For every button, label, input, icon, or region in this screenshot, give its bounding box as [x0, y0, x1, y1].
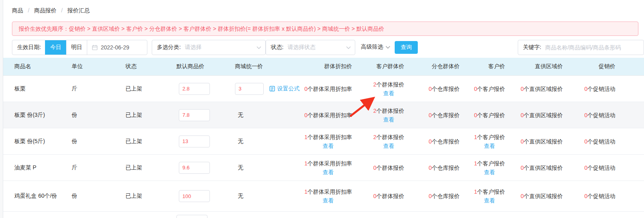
customer-price-cell: 1个客户报价 查看 — [462, 187, 507, 205]
status-select-group[interactable]: 状态: 请选择状态 — [266, 40, 355, 55]
table-row: 板栗 份(5斤) 份 已上架 无 1个群体采用折扣率 查看 2个群体报价 查看 … — [3, 128, 644, 155]
mall-price-none: 无 — [228, 164, 243, 171]
formula-document-icon — [269, 86, 275, 92]
group-discount-cell: 1个群体采用折扣率 查看 — [303, 187, 354, 205]
warehouse-group-cell: 0个仓库报价 — [407, 192, 462, 200]
default-price-input[interactable] — [176, 215, 207, 218]
table-header-row: 商品名 单位 状态 默认商品价 商城统一价 群体折扣价 客户群体价 分仓群体价 … — [3, 58, 644, 76]
customer-group-cell: 0个群体报价 — [354, 163, 407, 172]
promo-price-cell: 0个促销活动 — [565, 137, 618, 146]
region-price-cell: 0个直供区域报价 — [507, 137, 565, 146]
set-formula-link[interactable]: 设置公式 — [269, 85, 299, 92]
chevron-down-icon — [386, 46, 390, 49]
keyword-search-group: 关键字: — [518, 40, 644, 55]
header-promo-price: 促销价 — [565, 63, 618, 70]
breadcrumb-item-summary: 报价汇总 — [67, 7, 90, 14]
header-status: 状态 — [122, 63, 174, 70]
customer-price-cell: 0个客户报价 — [462, 84, 507, 93]
header-customer-price: 客户价 — [462, 63, 507, 70]
customer-price-cell: 1个客户报价 查看 — [462, 133, 507, 150]
breadcrumb-item-quotes[interactable]: 商品报价 — [34, 7, 57, 14]
warehouse-group-cell: 0个仓库报价 — [407, 111, 462, 120]
promo-price-cell: 0个促销活动 — [565, 111, 618, 120]
header-default-price: 默认商品价 — [174, 63, 228, 70]
warehouse-group-cell: 0个仓库报价 — [407, 163, 462, 172]
status-cell: 已上架 — [122, 164, 174, 171]
breadcrumb-separator: / — [61, 7, 63, 14]
warehouse-group-cell: 0个仓库报价 — [407, 137, 462, 146]
default-price-input[interactable] — [179, 136, 210, 147]
default-price-input[interactable] — [179, 83, 210, 95]
mall-price-none: 无 — [228, 112, 243, 119]
table-row: 板栗 斤 已上架 设置公式 — [3, 76, 644, 102]
default-price-input[interactable] — [179, 109, 210, 121]
view-link[interactable]: 查看 — [474, 168, 505, 177]
default-price-input[interactable] — [179, 162, 210, 174]
breadcrumb-item-products[interactable]: 商品 — [12, 7, 23, 14]
mall-price-cell: 无 — [228, 138, 303, 145]
keyword-input[interactable] — [545, 44, 644, 51]
chevron-down-icon — [346, 46, 351, 49]
date-segmented-control: 今日 明日 — [45, 40, 87, 55]
region-price-cell: 0个直供区域报价 — [507, 84, 565, 93]
status-label: 状态: — [266, 44, 288, 51]
category-label: 多选分类: — [152, 44, 185, 51]
default-price-cell — [174, 109, 228, 121]
header-region-price: 直供区域价 — [507, 63, 565, 70]
tomorrow-button[interactable]: 明日 — [66, 40, 87, 55]
table-body: 板栗 斤 已上架 设置公式 — [3, 76, 644, 212]
unit-cell: 份 — [69, 192, 122, 200]
header-warehouse-group: 分仓群体价 — [407, 63, 462, 70]
region-price-cell: 0个直供区域报价 — [507, 163, 565, 172]
view-link[interactable]: 查看 — [304, 196, 352, 205]
product-name-cell: 鸡蛋礼盒 60个/份 — [3, 192, 69, 200]
category-placeholder: 请选择 — [185, 44, 202, 51]
mall-price-cell: 无 — [228, 112, 303, 119]
category-select-group[interactable]: 多选分类: 请选择 — [152, 40, 266, 55]
chevron-down-icon — [256, 46, 261, 49]
view-link[interactable]: 查看 — [373, 115, 404, 124]
unit-cell: 斤 — [69, 164, 122, 171]
header-group-discount: 群体折扣价 — [303, 63, 354, 70]
status-placeholder: 请选择状态 — [288, 44, 315, 51]
status-cell: 已上架 — [122, 192, 174, 200]
date-picker[interactable]: 2022-06-29 — [87, 44, 134, 51]
group-discount-cell: 0个群体采用折扣率 — [303, 84, 354, 93]
view-link[interactable]: 查看 — [474, 196, 505, 205]
effective-date-label: 生效日期: — [12, 44, 45, 51]
default-price-input[interactable] — [179, 190, 210, 202]
breadcrumb: 商品 / 商品报价 / 报价汇总 — [3, 0, 644, 15]
warehouse-group-cell: 0个仓库报价 — [407, 84, 462, 93]
table-row: 油麦菜 P 斤 已上架 无 1个群体采用折扣率 查看 0个群体报价 0个仓库报价 — [3, 155, 644, 181]
calendar-icon — [92, 45, 98, 50]
view-link[interactable]: 查看 — [304, 141, 352, 150]
status-cell: 已上架 — [122, 112, 174, 119]
product-name-cell: 板栗 份(5斤) — [3, 138, 69, 145]
view-link[interactable]: 查看 — [474, 141, 505, 150]
unit-cell: 份 — [69, 138, 122, 145]
advanced-filter-toggle[interactable]: 高级筛选 — [361, 43, 390, 51]
breadcrumb-separator: / — [28, 7, 29, 14]
header-customer-group: 客户群体价 — [354, 63, 407, 70]
mall-price-cell: 设置公式 — [228, 83, 303, 95]
default-price-cell — [174, 190, 228, 202]
promo-price-cell: 0个促销活动 — [565, 192, 618, 200]
view-link[interactable]: 查看 — [304, 168, 352, 177]
promo-price-cell: 0个促销活动 — [565, 163, 618, 172]
advanced-filter-label: 高级筛选 — [361, 43, 383, 51]
mall-price-group: 设置公式 — [228, 83, 299, 95]
customer-group-cell: 2个群体报价 查看 — [354, 106, 407, 124]
effective-date-group: 生效日期: 今日 明日 2022-06-29 — [12, 40, 147, 55]
mall-price-none: 无 — [228, 192, 243, 200]
mall-price-input[interactable] — [235, 83, 264, 95]
customer-group-cell: 0个群体报价 — [354, 192, 407, 200]
table-row-partial — [3, 212, 644, 218]
search-button[interactable]: 查询 — [395, 41, 418, 54]
customer-group-cell: 2个群体报价 查看 — [354, 80, 407, 98]
region-price-cell: 0个直供区域报价 — [507, 111, 565, 120]
view-link[interactable]: 查看 — [373, 89, 404, 98]
customer-price-cell: 1个客户报价 查看 — [462, 159, 507, 177]
header-product-name: 商品名 — [3, 63, 69, 70]
view-link[interactable]: 查看 — [373, 141, 404, 150]
today-button[interactable]: 今日 — [45, 40, 66, 55]
